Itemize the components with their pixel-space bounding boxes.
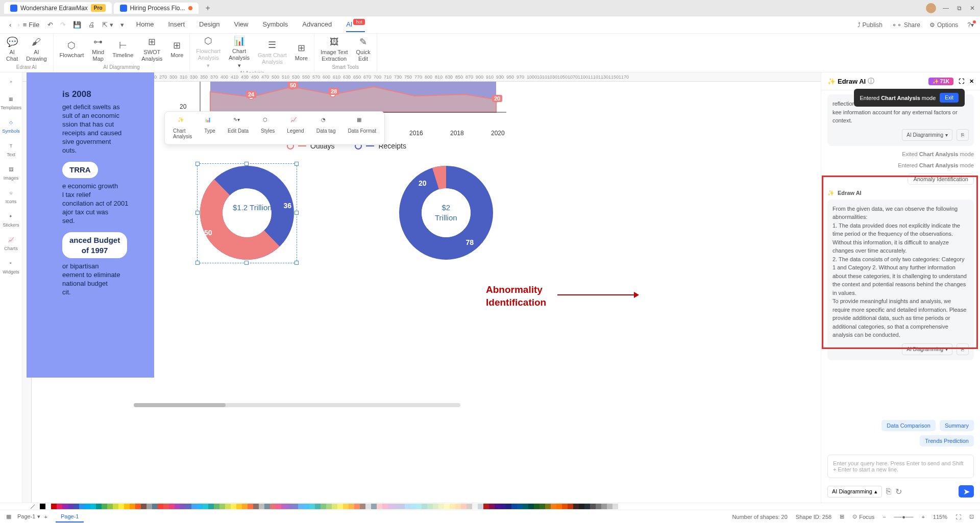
ft-edit-data[interactable]: ✎▾Edit Data	[223, 115, 254, 141]
color-swatch[interactable]	[365, 504, 371, 509]
menu-tab-advanced[interactable]: Advanced	[302, 17, 332, 32]
sug-data-comparison[interactable]: Data Comparison	[881, 420, 936, 431]
ai-drawing-button[interactable]: 🖌AI Drawing	[26, 37, 46, 62]
rail-widgets[interactable]: ⚬Widgets	[3, 258, 19, 275]
color-swatch[interactable]	[326, 504, 332, 509]
rail-charts[interactable]: 📈Charts	[4, 235, 18, 251]
color-swatch[interactable]	[545, 504, 551, 509]
canvas-scrollbar[interactable]	[134, 403, 460, 407]
color-swatch[interactable]	[416, 504, 422, 509]
color-swatch[interactable]	[540, 504, 545, 509]
color-swatch[interactable]	[141, 504, 146, 509]
color-swatch[interactable]	[427, 504, 433, 509]
sb-icon-fit[interactable]: ⛶	[955, 514, 961, 520]
flowchart-analysis-button[interactable]: ⬡Flowchart Analysis ▾	[196, 36, 220, 69]
eyedropper-icon[interactable]: ⟋	[29, 502, 37, 511]
color-swatch[interactable]	[601, 504, 607, 509]
expand-rail-button[interactable]: »	[6, 77, 16, 87]
page-dropdown[interactable]: Page-1 ▾	[17, 513, 40, 520]
more-analysis-button[interactable]: ⊞More	[295, 43, 308, 62]
expand-panel-button[interactable]: ⛶	[959, 78, 964, 84]
color-swatch[interactable]	[405, 504, 410, 509]
color-swatch[interactable]	[489, 504, 495, 509]
color-swatch[interactable]	[130, 504, 135, 509]
handle-n[interactable]	[244, 162, 249, 166]
publish-button[interactable]: ⤴Publish	[857, 21, 883, 29]
scrollbar-thumb[interactable]	[134, 403, 226, 407]
add-page-button[interactable]: +	[44, 514, 47, 520]
color-swatch[interactable]	[321, 504, 326, 509]
color-swatch[interactable]	[242, 504, 248, 509]
print-button[interactable]: 🖨	[88, 21, 95, 29]
color-swatch[interactable]	[90, 504, 96, 509]
donut-chart-2[interactable]: 20 78 $2 Trillion	[399, 166, 493, 260]
sug-trends[interactable]: Trends Prediction	[920, 435, 974, 446]
sb-focus[interactable]: ⊙ Focus	[852, 513, 874, 520]
rail-icons[interactable]: ☺Icons	[6, 188, 17, 204]
zoom-in-button[interactable]: +	[921, 514, 924, 520]
color-swatch[interactable]	[175, 504, 180, 509]
color-swatch[interactable]	[573, 504, 579, 509]
ai-chat-button[interactable]: 💬AI Chat	[6, 37, 18, 62]
color-swatch[interactable]	[579, 504, 584, 509]
color-swatch[interactable]	[85, 504, 90, 509]
color-swatch[interactable]	[534, 504, 540, 509]
handle-s[interactable]	[244, 261, 249, 265]
color-swatch[interactable]	[332, 504, 337, 509]
color-swatch[interactable]	[377, 504, 382, 509]
ft-data-tag[interactable]: ◔Data tag	[311, 115, 341, 141]
save-button[interactable]: 💾	[73, 21, 81, 29]
user-avatar[interactable]	[926, 3, 936, 13]
color-swatch[interactable]	[180, 504, 186, 509]
color-swatch[interactable]	[584, 504, 590, 509]
color-swatch[interactable]	[612, 504, 618, 509]
donut-chart-1[interactable]: 36 50 $1.2 Trillion	[200, 166, 294, 260]
quick-edit-button[interactable]: ✎Quick Edit	[356, 37, 371, 62]
handle-w[interactable]	[195, 211, 200, 215]
ft-type[interactable]: 📊Type	[199, 115, 220, 141]
color-swatch[interactable]	[107, 504, 113, 509]
swot-button[interactable]: ⊞SWOT Analysis	[141, 37, 162, 62]
color-swatch[interactable]	[281, 504, 287, 509]
color-swatch[interactable]	[270, 504, 276, 509]
more-quick-button[interactable]: ▾	[120, 21, 124, 29]
color-swatch[interactable]	[511, 504, 517, 509]
color-swatch[interactable]	[259, 504, 264, 509]
msg1-copy[interactable]: ⎘	[957, 129, 969, 141]
color-swatch[interactable]	[276, 504, 281, 509]
color-swatch[interactable]	[51, 504, 57, 509]
color-swatch[interactable]	[236, 504, 242, 509]
color-swatch[interactable]	[169, 504, 175, 509]
send-button[interactable]: ➤	[959, 485, 974, 497]
share-button[interactable]: ⚬⚬Share	[892, 21, 920, 29]
color-swatch[interactable]	[506, 504, 511, 509]
color-swatch[interactable]	[483, 504, 489, 509]
color-swatch[interactable]	[287, 504, 292, 509]
color-swatch[interactable]	[517, 504, 523, 509]
color-swatch[interactable]	[57, 504, 62, 509]
zoom-out-button[interactable]: −	[883, 514, 886, 520]
color-swatch[interactable]	[292, 504, 298, 509]
back-button[interactable]: ‹	[6, 19, 14, 31]
color-swatch[interactable]	[450, 504, 455, 509]
color-swatch[interactable]	[203, 504, 208, 509]
color-swatch[interactable]	[315, 504, 321, 509]
ft-chart-analysis[interactable]: ✨Chart Analysis	[168, 115, 197, 141]
color-swatch[interactable]	[231, 504, 236, 509]
color-swatch[interactable]	[309, 504, 315, 509]
sb-icon-full[interactable]: ⊡	[969, 513, 974, 520]
color-swatch[interactable]	[62, 504, 68, 509]
footer-btn-2[interactable]: ↻	[895, 487, 902, 496]
rail-templates[interactable]: ▦Templates	[1, 94, 21, 110]
color-swatch[interactable]	[495, 504, 500, 509]
color-swatch[interactable]	[371, 504, 377, 509]
help-button[interactable]: ?▾	[967, 21, 974, 29]
menu-tab-view[interactable]: View	[234, 17, 249, 32]
menu-tab-symbols[interactable]: Symbols	[262, 17, 288, 32]
color-swatch[interactable]	[382, 504, 388, 509]
msg2-dd[interactable]: AI Diagramming ▾	[902, 343, 952, 355]
color-swatch[interactable]	[399, 504, 405, 509]
minimize-button[interactable]: —	[942, 5, 949, 12]
handle-e[interactable]	[295, 211, 299, 215]
canvas[interactable]: is 2008 get deficit swelts as sult of an…	[32, 82, 821, 503]
